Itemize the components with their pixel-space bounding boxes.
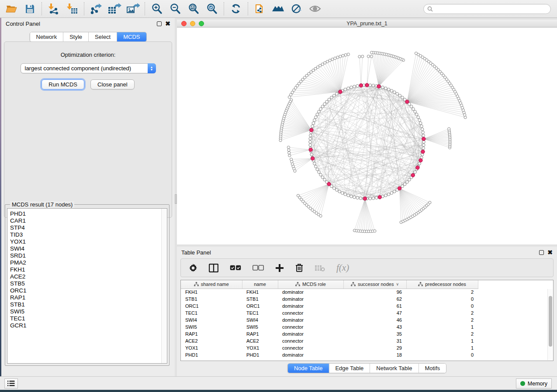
table-cell[interactable]: ACE2 xyxy=(181,337,242,344)
task-history-button[interactable] xyxy=(4,378,18,389)
tab-edge-table[interactable]: Edge Table xyxy=(329,364,370,373)
network-graph[interactable] xyxy=(177,28,557,244)
control-panel-close-icon[interactable]: ✖ xyxy=(165,21,170,26)
tab-network[interactable]: Network xyxy=(30,32,63,41)
mcds-list-scrollbar[interactable] xyxy=(161,209,167,363)
memory-button[interactable]: Memory xyxy=(516,378,552,389)
table-row[interactable]: ORC1ORC1dominator610 xyxy=(181,303,478,309)
table-row[interactable]: STB1STB1dominator620 xyxy=(181,296,478,303)
table-cell[interactable]: 43 xyxy=(343,323,406,330)
mcds-result-item[interactable]: GCR1 xyxy=(10,322,167,329)
table-cell[interactable]: SWI4 xyxy=(181,316,242,323)
select-all-columns-icon[interactable] xyxy=(230,265,241,271)
table-cell[interactable]: 1 xyxy=(406,337,478,344)
table-cell[interactable]: STB1 xyxy=(181,296,242,303)
table-cell[interactable]: 35 xyxy=(343,330,406,337)
global-search-field[interactable] xyxy=(423,4,551,14)
open-file-icon[interactable] xyxy=(4,2,18,15)
table-cell[interactable]: SWI5 xyxy=(242,323,278,330)
mcds-result-list[interactable]: PHD1CAR1STP4TID3YOX1SWI4SRD1PMA2FKH1ACE2… xyxy=(7,208,167,364)
clone-network-icon[interactable] xyxy=(253,2,267,15)
save-session-icon[interactable] xyxy=(23,2,37,15)
mcds-result-item[interactable]: STB5 xyxy=(10,280,167,287)
table-cell[interactable]: connector xyxy=(278,344,343,351)
toggle-column-panel-icon[interactable] xyxy=(209,264,218,272)
mcds-result-item[interactable]: RAP1 xyxy=(10,294,167,301)
hide-graphics-details-icon[interactable] xyxy=(290,2,304,15)
delete-column-icon[interactable] xyxy=(295,263,303,272)
mcds-result-item[interactable]: PHD1 xyxy=(10,210,167,217)
table-cell[interactable]: 62 xyxy=(343,296,406,303)
table-cell[interactable]: dominator xyxy=(278,330,343,337)
table-cell[interactable]: RAP1 xyxy=(242,330,278,337)
mcds-result-item[interactable]: STB1 xyxy=(10,301,167,308)
table-cell[interactable]: FKH1 xyxy=(181,289,242,296)
create-column-icon[interactable] xyxy=(275,264,284,272)
deselect-all-columns-icon[interactable] xyxy=(253,265,264,271)
export-table-icon[interactable] xyxy=(107,2,121,15)
zoom-out-icon[interactable] xyxy=(168,2,182,15)
table-cell[interactable]: dominator xyxy=(278,289,343,296)
export-image-icon[interactable] xyxy=(126,2,140,15)
table-cell[interactable]: 2 xyxy=(406,309,478,316)
table-panel-close-icon[interactable]: ✖ xyxy=(547,250,553,255)
table-cell[interactable]: YOX1 xyxy=(181,344,242,351)
column-header-successor-nodes[interactable]: successor nodes∨ xyxy=(343,280,406,289)
table-cell[interactable]: 47 xyxy=(343,309,406,316)
table-cell[interactable]: ACE2 xyxy=(242,337,278,344)
mcds-result-item[interactable]: SWI5 xyxy=(10,308,167,315)
mcds-result-item[interactable]: YOX1 xyxy=(10,238,167,245)
table-row[interactable]: SWI5SWI5connector431 xyxy=(181,323,478,330)
mcds-result-item[interactable]: SWI4 xyxy=(10,245,167,252)
table-scrollbar-thumb[interactable] xyxy=(549,296,552,347)
network-view-titlebar[interactable]: YPA_prune.txt_1 xyxy=(177,20,557,28)
apply-layout-icon[interactable] xyxy=(229,2,243,15)
mcds-result-item[interactable]: ORC1 xyxy=(10,287,167,294)
table-cell[interactable]: 31 xyxy=(343,337,406,344)
run-mcds-button[interactable]: Run MCDS xyxy=(42,79,84,89)
table-cell[interactable]: connector xyxy=(278,323,343,330)
tab-network-table[interactable]: Network Table xyxy=(370,364,419,373)
column-header-name[interactable]: name xyxy=(242,280,278,289)
table-cell[interactable]: 18 xyxy=(343,351,406,358)
table-cell[interactable]: dominator xyxy=(278,303,343,309)
column-header-predecessor-nodes[interactable]: predecessor nodes xyxy=(406,280,478,289)
tab-style[interactable]: Style xyxy=(63,32,89,41)
table-cell[interactable]: connector xyxy=(278,337,343,344)
table-cell[interactable]: TEC1 xyxy=(242,309,278,316)
table-cell[interactable]: dominator xyxy=(278,316,343,323)
mcds-result-item[interactable]: CAR1 xyxy=(10,217,167,224)
zoom-selected-icon[interactable] xyxy=(205,2,219,15)
optimization-criterion-select[interactable]: largest connected component (undirected)… xyxy=(21,63,156,73)
zoom-in-icon[interactable] xyxy=(150,2,164,15)
table-cell[interactable]: 0 xyxy=(406,303,478,309)
table-cell[interactable]: 1 xyxy=(406,323,478,330)
network-canvas[interactable] xyxy=(177,28,557,244)
table-cell[interactable]: PHD1 xyxy=(242,351,278,358)
tab-motifs[interactable]: Motifs xyxy=(419,364,446,373)
table-settings-gear-icon[interactable] xyxy=(189,264,197,272)
table-cell[interactable]: 29 xyxy=(343,344,406,351)
table-row[interactable]: FKH1FKH1dominator962 xyxy=(181,289,478,296)
table-cell[interactable]: 0 xyxy=(406,351,478,358)
table-row[interactable]: YOX1YOX1connector291 xyxy=(181,344,478,351)
close-panel-button[interactable]: Close panel xyxy=(90,79,135,89)
table-panel-float-icon[interactable] xyxy=(539,250,544,255)
table-cell[interactable]: TEC1 xyxy=(181,309,242,316)
table-cell[interactable]: PHD1 xyxy=(181,351,242,358)
mcds-result-item[interactable]: FKH1 xyxy=(10,266,167,273)
table-cell[interactable]: 2 xyxy=(406,289,478,296)
table-cell[interactable]: 0 xyxy=(406,296,478,303)
zoom-fit-icon[interactable] xyxy=(187,2,201,15)
table-row[interactable]: TEC1TEC1connector472 xyxy=(181,309,478,316)
table-cell[interactable]: 46 xyxy=(343,316,406,323)
mcds-result-item[interactable]: ACE2 xyxy=(10,273,167,280)
mcds-result-item[interactable]: PMA2 xyxy=(10,259,167,266)
table-cell[interactable]: YOX1 xyxy=(242,344,278,351)
table-cell[interactable]: connector xyxy=(278,309,343,316)
table-row[interactable]: SWI4SWI4dominator462 xyxy=(181,316,478,323)
tab-mcds[interactable]: MCDS xyxy=(117,32,146,41)
table-cell[interactable]: 61 xyxy=(343,303,406,309)
table-cell[interactable]: 96 xyxy=(343,289,406,296)
table-cell[interactable]: ORC1 xyxy=(242,303,278,309)
